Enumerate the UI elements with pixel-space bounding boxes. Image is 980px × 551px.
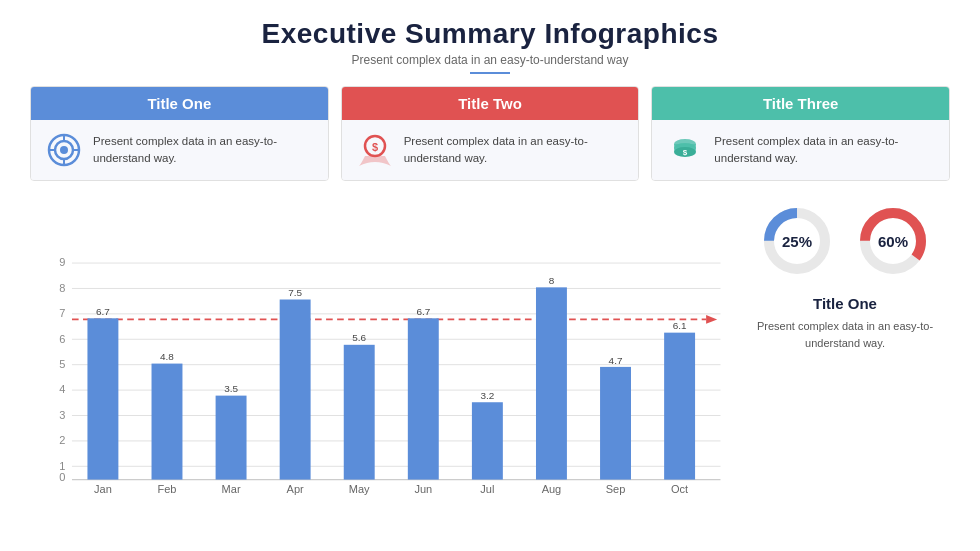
right-panel-desc: Present complex data in an easy-to-under… [740, 318, 950, 351]
target-icon [45, 131, 83, 169]
bar-jan [87, 318, 118, 479]
svg-text:4: 4 [59, 383, 65, 395]
bar-feb [152, 364, 183, 480]
bar-aug [536, 287, 567, 479]
bar-sep [600, 367, 631, 480]
svg-text:$: $ [683, 148, 688, 157]
donut-60-label: 60% [878, 233, 908, 250]
svg-text:$: $ [372, 141, 378, 153]
card-three-title: Title Three [763, 95, 839, 112]
svg-text:2: 2 [59, 434, 65, 446]
svg-text:8: 8 [549, 275, 555, 286]
svg-text:Jul: Jul [480, 483, 494, 495]
svg-text:9: 9 [59, 256, 65, 268]
svg-text:Apr: Apr [287, 483, 304, 495]
svg-text:3.5: 3.5 [224, 383, 238, 394]
chart-area: 9 8 7 6 5 4 3 2 1 0 6.7 Jan [30, 191, 726, 539]
card-one-title: Title One [147, 95, 211, 112]
svg-text:5.6: 5.6 [352, 332, 366, 343]
bar-jul [472, 402, 503, 479]
svg-text:6.7: 6.7 [96, 306, 110, 317]
page-title: Executive Summary Infographics [30, 18, 950, 50]
svg-text:Sep: Sep [606, 483, 626, 495]
svg-text:0: 0 [59, 471, 65, 483]
donut-row: 25% 60% [757, 201, 933, 281]
svg-point-2 [60, 146, 68, 154]
svg-text:6.7: 6.7 [416, 306, 430, 317]
svg-text:6.1: 6.1 [673, 320, 687, 331]
bar-apr [280, 300, 311, 480]
svg-text:Feb: Feb [157, 483, 176, 495]
right-panel: 25% 60% Title One Present complex data i… [740, 191, 950, 539]
svg-text:8: 8 [59, 282, 65, 294]
svg-text:3: 3 [59, 409, 65, 421]
bottom-row: 9 8 7 6 5 4 3 2 1 0 6.7 Jan [30, 191, 950, 539]
card-one-header: Title One [31, 87, 328, 120]
svg-text:May: May [349, 483, 370, 495]
svg-text:4.8: 4.8 [160, 351, 174, 362]
page: Executive Summary Infographics Present c… [0, 0, 980, 551]
coins-icon: $ [666, 131, 704, 169]
card-three-header: Title Three [652, 87, 949, 120]
svg-text:Jun: Jun [414, 483, 432, 495]
donut-25: 25% [757, 201, 837, 281]
card-three-body: $ Present complex data in an easy-to-und… [652, 120, 949, 180]
card-two-body: $ Present complex data in an easy-to-und… [342, 120, 639, 180]
bar-mar [216, 396, 247, 480]
svg-text:Mar: Mar [222, 483, 241, 495]
header-section: Executive Summary Infographics Present c… [30, 18, 950, 74]
bar-oct [664, 333, 695, 480]
svg-text:6: 6 [59, 333, 65, 345]
page-subtitle: Present complex data in an easy-to-under… [30, 53, 950, 67]
card-one-body: Present complex data in an easy-to-under… [31, 120, 328, 180]
svg-text:7: 7 [59, 307, 65, 319]
svg-text:Jan: Jan [94, 483, 112, 495]
svg-text:5: 5 [59, 358, 65, 370]
right-panel-title: Title One [813, 295, 877, 312]
bar-may [344, 345, 375, 480]
card-two-text: Present complex data in an easy-to-under… [404, 133, 625, 166]
card-two-title: Title Two [458, 95, 522, 112]
donut-25-label: 25% [782, 233, 812, 250]
card-three: Title Three $ Present complex data in an… [651, 86, 950, 181]
svg-text:3.2: 3.2 [480, 390, 494, 401]
card-one: Title One Present complex data in an eas… [30, 86, 329, 181]
bar-jun [408, 318, 439, 479]
card-two-header: Title Two [342, 87, 639, 120]
donut-60: 60% [853, 201, 933, 281]
svg-text:Oct: Oct [671, 483, 688, 495]
cards-row: Title One Present complex data in an eas… [30, 86, 950, 181]
svg-text:Aug: Aug [542, 483, 562, 495]
svg-marker-36 [706, 315, 717, 324]
card-two: Title Two $ Present complex data in an e… [341, 86, 640, 181]
bar-chart: 9 8 7 6 5 4 3 2 1 0 6.7 Jan [30, 197, 726, 539]
card-one-text: Present complex data in an easy-to-under… [93, 133, 314, 166]
header-divider [470, 72, 510, 74]
svg-text:7.5: 7.5 [288, 287, 302, 298]
svg-text:4.7: 4.7 [609, 355, 623, 366]
card-three-text: Present complex data in an easy-to-under… [714, 133, 935, 166]
money-head-icon: $ [356, 131, 394, 169]
